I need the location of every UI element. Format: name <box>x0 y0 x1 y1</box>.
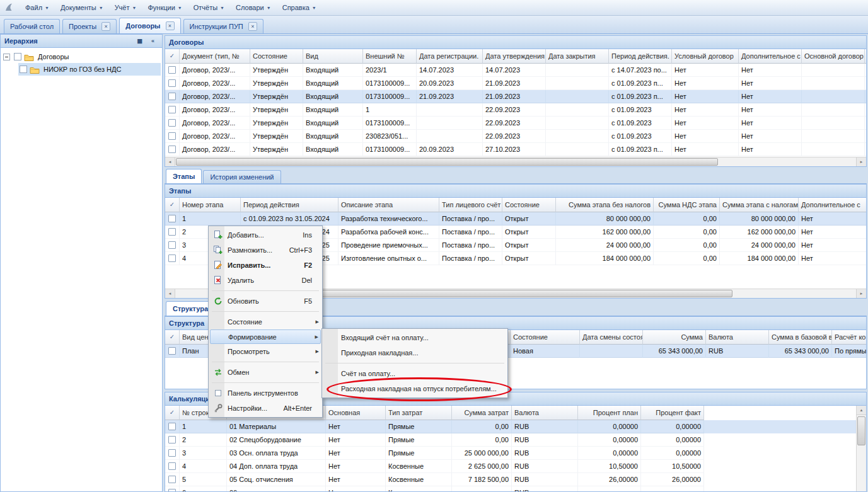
menu-item-view[interactable]: Просмотреть▶ <box>210 344 321 359</box>
table-row[interactable]: Договор, 2023/...УтверждёнВходящий2023/1… <box>165 64 866 77</box>
select-all-column-header[interactable]: ✓ <box>165 198 180 212</box>
table-row[interactable]: Договор, 2023/...УтверждёнВходящий017310… <box>165 77 866 90</box>
scroll-right-icon[interactable]: ► <box>856 289 866 298</box>
column-header[interactable]: Документ (тип, № <box>180 49 250 64</box>
tree-checkbox[interactable] <box>14 53 21 60</box>
menu-item-toolbar-toggle[interactable]: Панель инструментов <box>210 386 321 401</box>
column-header[interactable] <box>865 49 866 64</box>
column-header[interactable]: Основной договор <box>802 49 865 64</box>
column-header[interactable]: Дата закрытия <box>546 49 609 64</box>
column-header[interactable]: Состояние <box>250 49 303 64</box>
tab-stages[interactable]: Этапы <box>166 169 202 183</box>
column-header[interactable]: Тип лицевого счёт <box>439 198 502 212</box>
menu-item-add[interactable]: Добавить...Ins <box>210 227 321 243</box>
column-header[interactable]: Условный договор <box>672 49 739 64</box>
column-header[interactable]: Дополнительное с <box>739 49 802 64</box>
column-header[interactable]: Дата смены состоя <box>580 330 643 345</box>
column-header[interactable]: Валюта <box>512 406 578 420</box>
column-header[interactable]: Описание этапа <box>339 198 439 212</box>
select-all-column-header[interactable]: ✓ <box>165 330 180 345</box>
tab-close-icon[interactable]: × <box>166 21 175 30</box>
hierarchy-view-icon[interactable]: ▦ <box>134 37 145 46</box>
column-header[interactable]: Период действия <box>241 198 339 212</box>
row-checkbox[interactable] <box>168 228 176 236</box>
row-checkbox[interactable] <box>168 79 176 87</box>
menu-item-edit[interactable]: Исправить...F2 <box>210 258 321 273</box>
menubar-item-file[interactable]: Файл▼ <box>20 2 55 13</box>
row-checkbox[interactable] <box>168 462 176 470</box>
select-all-column-header[interactable]: ✓ <box>165 49 180 64</box>
row-checkbox[interactable] <box>168 119 176 127</box>
table-row[interactable]: 404 Доп. оплата трудаНетКосвенные2 625 0… <box>165 460 856 473</box>
table-row[interactable]: Договор, 2023/...УтверждёнВходящий017310… <box>165 90 866 103</box>
row-checkbox[interactable] <box>168 93 176 100</box>
column-header[interactable]: Тип затрат <box>386 406 452 420</box>
column-header[interactable]: Процент факт <box>641 406 704 420</box>
row-checkbox[interactable] <box>168 66 176 74</box>
table-row[interactable]: 303 Осн. оплата трудаНетПрямые25 000 000… <box>165 447 856 460</box>
menubar-item-accounting[interactable]: Учёт▼ <box>109 2 142 13</box>
scroll-thumb[interactable] <box>857 416 865 445</box>
table-row[interactable]: 101 МатериалыНетПрямые0,00RUB0,000000,00… <box>165 420 856 433</box>
menu-item-state[interactable]: Состояние▶ <box>210 314 321 329</box>
scroll-left-icon[interactable]: ◄ <box>165 157 175 166</box>
column-header[interactable]: Сумма этапа без налогов <box>556 198 654 212</box>
row-checkbox[interactable] <box>168 106 176 113</box>
row-checkbox[interactable] <box>168 436 176 443</box>
column-header[interactable]: Сумма <box>643 330 706 345</box>
row-checkbox[interactable] <box>168 132 176 140</box>
table-row[interactable]: 505 Соц. отчисленияНетКосвенные7 182 500… <box>165 473 856 486</box>
menubar-item-documents[interactable]: Документы▼ <box>55 2 109 13</box>
tab-projects[interactable]: Проекты× <box>62 19 117 33</box>
tab-pup-instructions[interactable]: Инструкции ПУП× <box>183 19 263 33</box>
tree-expander-icon[interactable] <box>3 54 10 60</box>
menu-item-exchange[interactable]: Обмен▶ <box>210 365 321 380</box>
tree-checkbox[interactable] <box>20 66 27 73</box>
calculation-v-scrollbar[interactable]: ▲ <box>856 406 866 491</box>
row-checkbox[interactable] <box>168 347 176 355</box>
table-row[interactable]: Договор, 2023/...УтверждёнВходящий017310… <box>165 143 866 156</box>
row-checkbox[interactable] <box>168 476 176 483</box>
tree-node[interactable]: НИОКР по ГОЗ без НДС <box>2 63 161 76</box>
contracts-h-scrollbar[interactable]: ◄ ► <box>165 157 866 166</box>
column-header[interactable]: Расчёт ко <box>832 330 866 345</box>
menu-item-delete[interactable]: УдалитьDel <box>210 273 321 288</box>
column-header[interactable]: Внешний № <box>363 49 417 64</box>
menu-item-duplicate[interactable]: Размножить...Ctrl+F3 <box>210 243 321 258</box>
menu-item-settings[interactable]: Настройки...Alt+Enter <box>210 401 321 416</box>
scroll-left-icon[interactable]: ◄ <box>165 289 175 298</box>
table-row[interactable]: 202 СпецоборудованиеНетПрямые0,00RUB0,00… <box>165 433 856 447</box>
tab-contracts[interactable]: Договоры× <box>119 18 180 33</box>
row-checkbox[interactable] <box>168 423 176 430</box>
column-header[interactable]: Валюта <box>706 330 769 345</box>
row-checkbox[interactable] <box>168 241 176 249</box>
column-header[interactable]: Основная <box>326 406 386 420</box>
column-header[interactable]: Вид <box>303 49 363 64</box>
row-checkbox[interactable] <box>168 255 176 262</box>
tab-desktop[interactable]: Рабочий стол <box>4 19 60 33</box>
menubar-item-functions[interactable]: Функции▼ <box>142 2 187 13</box>
menubar-item-reports[interactable]: Отчёты▼ <box>188 2 230 13</box>
tab-close-icon[interactable]: × <box>101 22 110 31</box>
menu-item-consumer-dispatch-note[interactable]: Расходная накладная на отпуск потребител… <box>323 381 506 396</box>
row-checkbox[interactable] <box>168 146 176 153</box>
menubar-item-help[interactable]: Справка▼ <box>277 2 322 13</box>
menu-item-payment-invoice[interactable]: Счёт на оплату... <box>323 366 506 381</box>
menubar-item-dictionaries[interactable]: Словари▼ <box>230 2 277 13</box>
hierarchy-collapse-icon[interactable]: « <box>148 37 158 46</box>
column-header[interactable]: Состояние <box>511 330 580 345</box>
table-row[interactable]: 1с 01.09.2023 по 31.05.2024Разработка те… <box>165 212 866 226</box>
scroll-thumb[interactable] <box>176 158 718 166</box>
column-header[interactable]: Номер этапа <box>180 198 241 212</box>
tab-close-icon[interactable]: × <box>248 22 257 31</box>
menu-item-formation[interactable]: Формирование▶ <box>210 329 321 344</box>
scroll-thumb[interactable] <box>307 290 732 297</box>
scroll-up-icon[interactable]: ▲ <box>857 406 866 415</box>
column-header[interactable]: Дополнительное с <box>799 198 866 212</box>
column-header[interactable]: Период действия. <box>609 49 672 64</box>
row-checkbox[interactable] <box>168 489 176 491</box>
row-checkbox[interactable] <box>168 449 176 457</box>
column-header[interactable]: Сумма в базовой в <box>769 330 832 345</box>
tree-node[interactable]: Договоры <box>2 50 161 63</box>
column-header[interactable]: Процент план <box>578 406 641 420</box>
